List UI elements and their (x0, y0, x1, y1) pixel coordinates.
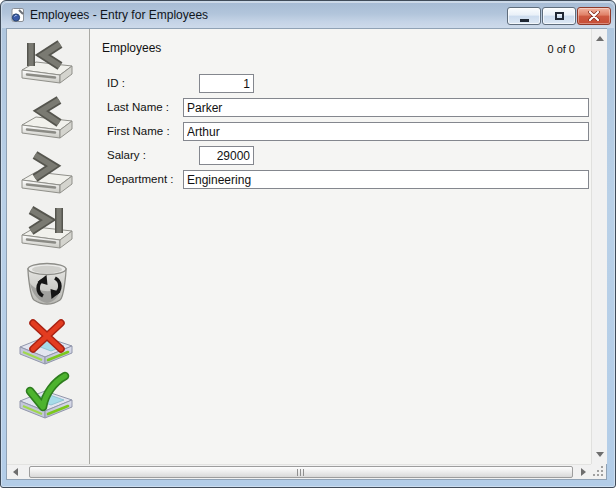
previous-record-button[interactable] (15, 94, 77, 144)
scroll-up-button[interactable] (592, 31, 607, 46)
next-record-button[interactable] (15, 149, 77, 199)
record-counter: 0 of 0 (547, 43, 575, 55)
scrollbar-corner (591, 464, 606, 479)
form-header: Employees (102, 41, 161, 55)
scroll-right-button[interactable] (575, 465, 591, 479)
client-area: Employees 0 of 0 ID : Last Name : First … (7, 29, 606, 479)
department-label: Department : (107, 173, 173, 185)
previous-record-icon (15, 94, 77, 144)
id-label: ID : (107, 77, 125, 89)
horizontal-scroll-thumb[interactable] (29, 466, 573, 478)
close-button[interactable] (577, 7, 611, 25)
minimize-icon (520, 19, 529, 22)
maximize-icon (555, 12, 564, 20)
salary-field[interactable] (199, 146, 254, 165)
first-record-icon (15, 39, 77, 89)
arrow-up-icon (596, 36, 604, 41)
window-title: Employees - Entry for Employees (30, 8, 208, 22)
entry-form: Employees 0 of 0 ID : Last Name : First … (90, 29, 591, 464)
refresh-delete-button[interactable] (15, 257, 77, 311)
horizontal-scrollbar[interactable] (7, 464, 591, 479)
last-name-label: Last Name : (107, 101, 169, 113)
vertical-scrollbar[interactable] (591, 29, 607, 464)
resize-grip-icon[interactable] (601, 474, 603, 476)
close-icon (588, 11, 600, 21)
trash-refresh-icon (15, 257, 77, 311)
salary-label: Salary : (107, 149, 146, 161)
revert-button[interactable] (15, 317, 77, 367)
first-name-label: First Name : (107, 125, 170, 137)
next-record-icon (15, 149, 77, 199)
arrow-down-icon (596, 452, 604, 457)
first-record-button[interactable] (15, 39, 77, 89)
first-name-field[interactable] (183, 122, 589, 141)
scroll-down-button[interactable] (592, 447, 607, 462)
app-window: Employees - Entry for Employees (0, 0, 616, 488)
minimize-button[interactable] (507, 7, 541, 25)
app-icon[interactable] (10, 7, 26, 23)
caption-buttons (507, 7, 611, 25)
department-field[interactable] (183, 170, 589, 189)
last-name-field[interactable] (183, 98, 589, 117)
scroll-left-button[interactable] (7, 465, 23, 479)
submit-button[interactable] (15, 371, 77, 421)
arrow-left-icon (13, 468, 18, 476)
drive-red-x-icon (15, 317, 77, 367)
titlebar: Employees - Entry for Employees (2, 2, 614, 28)
arrow-right-icon (581, 468, 586, 476)
drive-green-check-icon (15, 371, 77, 421)
thumb-grip-icon (297, 469, 306, 476)
record-toolbar (7, 29, 90, 464)
last-record-icon (15, 204, 77, 254)
id-field[interactable] (199, 74, 254, 93)
last-record-button[interactable] (15, 204, 77, 254)
maximize-button[interactable] (542, 7, 576, 25)
